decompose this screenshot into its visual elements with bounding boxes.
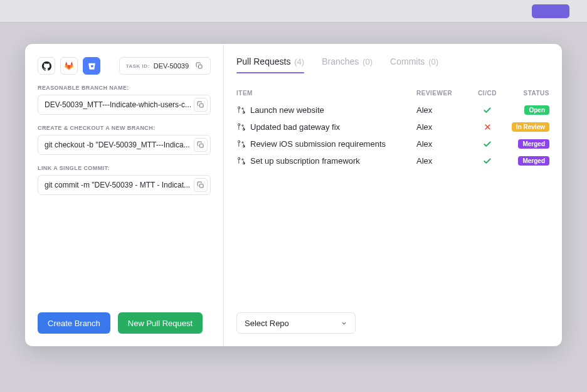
gitlab-icon xyxy=(65,61,73,70)
github-button[interactable] xyxy=(38,57,55,75)
th-ci: CI/CD xyxy=(470,90,504,97)
row-reviewer: Alex xyxy=(416,139,470,149)
field-label: CREATE & CHECKOUT A NEW BRANCH: xyxy=(38,125,211,131)
th-reviewer: REVIEWER xyxy=(416,90,470,97)
bitbucket-button[interactable] xyxy=(83,57,100,75)
row-reviewer: Alex xyxy=(416,156,470,166)
table-head: ITEM REVIEWER CI/CD STATUS xyxy=(236,90,549,102)
pull-request-icon xyxy=(236,157,245,165)
new-pull-request-button[interactable]: New Pull Request xyxy=(118,312,203,334)
github-icon xyxy=(42,61,51,71)
row-title: Launch new website xyxy=(250,105,324,115)
status-badge: Merged xyxy=(518,156,549,166)
table-row[interactable]: Review iOS submission requirementsAlexMe… xyxy=(236,135,549,152)
row-title: Set up subscription framework xyxy=(250,156,360,166)
checkout-field: CREATE & CHECKOUT A NEW BRANCH: git chec… xyxy=(38,125,211,155)
git-integration-modal: TASK ID: DEV-50039 REASONABLE BRANCH NAM… xyxy=(25,44,562,346)
pr-rows: Launch new websiteAlexOpenUpdated bad ga… xyxy=(236,102,549,169)
checkout-input[interactable]: git checkout -b "DEV-50039_MTT---Indica.… xyxy=(38,135,211,155)
svg-rect-1 xyxy=(200,104,204,108)
row-reviewer: Alex xyxy=(416,105,470,115)
branch-name-field: REASONABLE BRANCH NAME: DEV-50039_MTT---… xyxy=(38,85,211,115)
status-badge: Open xyxy=(524,105,549,115)
th-status: STATUS xyxy=(504,90,549,97)
copy-checkout-button[interactable] xyxy=(194,138,208,152)
status-badge: In Review xyxy=(512,122,549,132)
row-title: Review iOS submission requirements xyxy=(250,139,386,149)
row-ci-status xyxy=(470,106,504,115)
table-row[interactable]: Updated bad gateway fixAlexIn Review xyxy=(236,119,549,135)
row-reviewer: Alex xyxy=(416,122,470,132)
create-branch-button[interactable]: Create Branch xyxy=(38,312,110,334)
row-title: Updated bad gateway fix xyxy=(250,122,340,132)
copy-icon xyxy=(197,141,204,149)
svg-rect-2 xyxy=(200,144,204,148)
copy-branch-name-button[interactable] xyxy=(194,98,208,112)
gitlab-button[interactable] xyxy=(60,57,78,75)
task-id-value: DEV-50039 xyxy=(154,62,189,70)
copy-icon xyxy=(197,101,204,109)
row-ci-status xyxy=(470,123,504,131)
tab-branches[interactable]: Branches (0) xyxy=(322,56,373,72)
copy-task-id-button[interactable] xyxy=(193,59,206,73)
pull-request-icon xyxy=(236,106,245,114)
svg-rect-0 xyxy=(199,65,203,69)
field-label: REASONABLE BRANCH NAME: xyxy=(38,85,211,91)
bitbucket-icon xyxy=(88,63,95,70)
table-row[interactable]: Launch new websiteAlexOpen xyxy=(236,102,549,119)
select-repo-dropdown[interactable]: Select Repo xyxy=(236,312,356,334)
tabs: Pull Requests (4) Branches (0) Commits (… xyxy=(236,56,549,78)
th-item: ITEM xyxy=(236,90,416,97)
branch-name-input[interactable]: DEV-50039_MTT---Indicate-which-users-c..… xyxy=(38,95,211,115)
commit-field: LINK A SINGLE COMMIT: git commit -m "DEV… xyxy=(38,165,211,195)
commit-input[interactable]: git commit -m "DEV-50039 - MTT - Indicat… xyxy=(38,175,211,195)
table-row[interactable]: Set up subscription frameworkAlexMerged xyxy=(236,152,549,169)
tab-commits[interactable]: Commits (0) xyxy=(390,56,438,72)
provider-row: TASK ID: DEV-50039 xyxy=(38,57,211,75)
field-label: LINK A SINGLE COMMIT: xyxy=(38,165,211,171)
copy-icon xyxy=(196,62,203,70)
task-id-label: TASK ID: xyxy=(126,63,150,69)
chevron-down-icon xyxy=(341,320,347,327)
left-panel: TASK ID: DEV-50039 REASONABLE BRANCH NAM… xyxy=(25,44,224,346)
copy-commit-button[interactable] xyxy=(194,178,208,192)
task-id-box: TASK ID: DEV-50039 xyxy=(119,57,211,75)
copy-icon xyxy=(197,181,204,189)
row-ci-status xyxy=(470,140,504,149)
right-panel: Pull Requests (4) Branches (0) Commits (… xyxy=(224,44,562,346)
pull-request-icon xyxy=(236,140,245,148)
svg-rect-3 xyxy=(200,184,204,188)
status-badge: Merged xyxy=(518,139,549,149)
row-ci-status xyxy=(470,157,504,166)
pull-request-icon xyxy=(236,123,245,131)
tab-pull-requests[interactable]: Pull Requests (4) xyxy=(236,56,304,72)
